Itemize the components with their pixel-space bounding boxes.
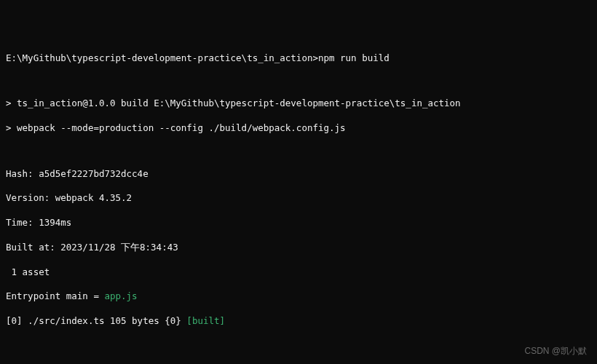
blank	[6, 340, 591, 349]
blank	[6, 76, 591, 85]
build-hash: Hash: a5d5ef2227bd732dcc4e	[6, 168, 591, 181]
chunk-line: [0] ./src/index.ts 105 bytes {0} [built]	[6, 315, 591, 328]
watermark: CSDN @凯小默	[524, 345, 587, 357]
script-header-1: > ts_in_action@1.0.0 build E:\MyGithub\t…	[6, 98, 591, 110]
build-built-at: Built at: 2023/11/28 下午8:34:43	[6, 242, 591, 254]
script-header-2: > webpack --mode=production --config ./b…	[6, 122, 591, 135]
build-time: Time: 1394ms	[6, 217, 591, 229]
entry-file: app.js	[104, 290, 137, 301]
prompt-line: E:\MyGithub\typescript-development-pract…	[6, 52, 591, 65]
chunk-ids: {0}	[165, 315, 181, 326]
entry-prefix: Entrypoint main =	[6, 290, 104, 301]
entrypoint-line: Entrypoint main = app.js	[6, 290, 591, 303]
chunk-built: [built]	[186, 315, 225, 326]
chunk-prefix: [0] ./src/index.ts 105 bytes	[6, 315, 165, 326]
blank	[6, 147, 591, 156]
build-version: Version: webpack 4.35.2	[6, 192, 591, 205]
build-assets: 1 asset	[6, 266, 591, 279]
